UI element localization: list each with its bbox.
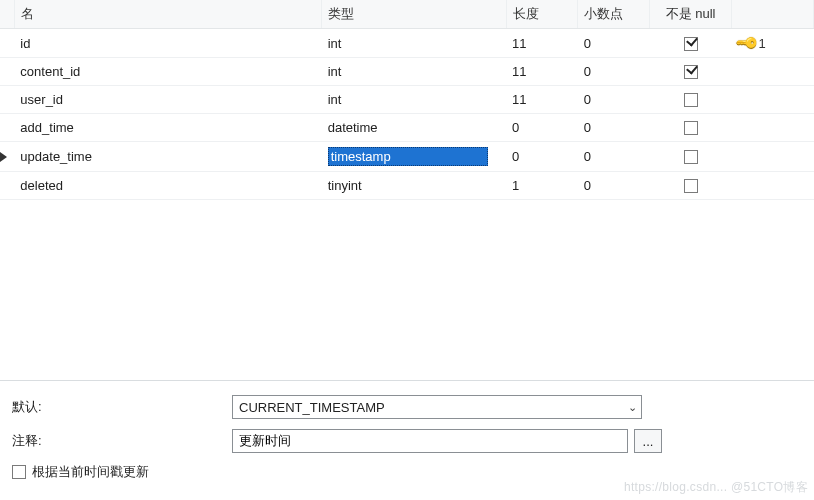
cell-length[interactable]: 11 (506, 29, 578, 58)
header-not-null[interactable]: 不是 null (650, 0, 732, 29)
cell-primary-key[interactable]: 🔑1 (732, 29, 814, 58)
key-icon: 🔑 (734, 30, 760, 56)
table-row[interactable]: add_timedatetime00 (0, 114, 814, 142)
table-header-row: 名 类型 长度 小数点 不是 null (0, 0, 814, 29)
cell-primary-key[interactable] (732, 114, 814, 142)
table-row[interactable]: idint110🔑1 (0, 29, 814, 58)
cell-not-null[interactable] (650, 29, 732, 58)
not-null-checkbox[interactable] (684, 93, 698, 107)
cell-decimals[interactable]: 0 (578, 29, 650, 58)
cell-type[interactable]: tinyint (322, 172, 506, 200)
header-length[interactable]: 长度 (506, 0, 578, 29)
default-select[interactable]: CURRENT_TIMESTAMP ⌄ (232, 395, 642, 419)
cell-type[interactable]: datetime (322, 114, 506, 142)
cell-primary-key[interactable] (732, 172, 814, 200)
cell-not-null[interactable] (650, 114, 732, 142)
not-null-checkbox[interactable] (684, 37, 698, 51)
header-key (732, 0, 814, 29)
cell-length[interactable]: 0 (506, 142, 578, 172)
cell-decimals[interactable]: 0 (578, 86, 650, 114)
cell-primary-key[interactable] (732, 86, 814, 114)
cell-not-null[interactable] (650, 142, 732, 172)
cell-length[interactable]: 11 (506, 58, 578, 86)
table-row[interactable]: user_idint110 (0, 86, 814, 114)
comment-input[interactable] (232, 429, 628, 453)
on-update-checkbox[interactable] (12, 465, 26, 479)
cell-name[interactable]: id (14, 29, 321, 58)
cell-length[interactable]: 1 (506, 172, 578, 200)
cell-name[interactable]: content_id (14, 58, 321, 86)
cell-decimals[interactable]: 0 (578, 114, 650, 142)
cell-not-null[interactable] (650, 172, 732, 200)
not-null-checkbox[interactable] (684, 179, 698, 193)
header-decimals[interactable]: 小数点 (578, 0, 650, 29)
not-null-checkbox[interactable] (684, 65, 698, 79)
default-value: CURRENT_TIMESTAMP (239, 400, 385, 415)
chevron-down-icon: ⌄ (628, 401, 637, 414)
cell-length[interactable]: 0 (506, 114, 578, 142)
header-name[interactable]: 名 (14, 0, 321, 29)
current-row-icon (0, 152, 7, 162)
table-row[interactable]: update_timetimestamp00 (0, 142, 814, 172)
table-row[interactable]: content_idint110 (0, 58, 814, 86)
cell-primary-key[interactable] (732, 58, 814, 86)
row-marker (0, 172, 14, 200)
cell-type[interactable]: timestamp (322, 142, 506, 172)
row-marker (0, 142, 14, 172)
table-row[interactable]: deletedtinyint10 (0, 172, 814, 200)
cell-name[interactable]: deleted (14, 172, 321, 200)
cell-name[interactable]: user_id (14, 86, 321, 114)
comment-label: 注释: (12, 432, 232, 450)
cell-decimals[interactable]: 0 (578, 58, 650, 86)
cell-not-null[interactable] (650, 58, 732, 86)
on-update-label: 根据当前时间戳更新 (32, 463, 149, 481)
cell-type[interactable]: int (322, 29, 506, 58)
cell-name[interactable]: update_time (14, 142, 321, 172)
default-label: 默认: (12, 398, 232, 416)
cell-type[interactable]: int (322, 86, 506, 114)
cell-not-null[interactable] (650, 86, 732, 114)
cell-decimals[interactable]: 0 (578, 142, 650, 172)
row-marker (0, 58, 14, 86)
cell-decimals[interactable]: 0 (578, 172, 650, 200)
field-properties: 默认: CURRENT_TIMESTAMP ⌄ 注释: ... 根据当前时间戳更… (0, 381, 814, 487)
cell-name[interactable]: add_time (14, 114, 321, 142)
header-type[interactable]: 类型 (322, 0, 506, 29)
row-marker (0, 29, 14, 58)
cell-primary-key[interactable] (732, 142, 814, 172)
row-marker (0, 114, 14, 142)
selected-type-cell[interactable]: timestamp (328, 147, 488, 166)
not-null-checkbox[interactable] (684, 121, 698, 135)
header-marker (0, 0, 14, 29)
comment-more-button[interactable]: ... (634, 429, 662, 453)
cell-type[interactable]: int (322, 58, 506, 86)
cell-length[interactable]: 11 (506, 86, 578, 114)
not-null-checkbox[interactable] (684, 150, 698, 164)
columns-table[interactable]: 名 类型 长度 小数点 不是 null idint110🔑1content_id… (0, 0, 814, 200)
row-marker (0, 86, 14, 114)
